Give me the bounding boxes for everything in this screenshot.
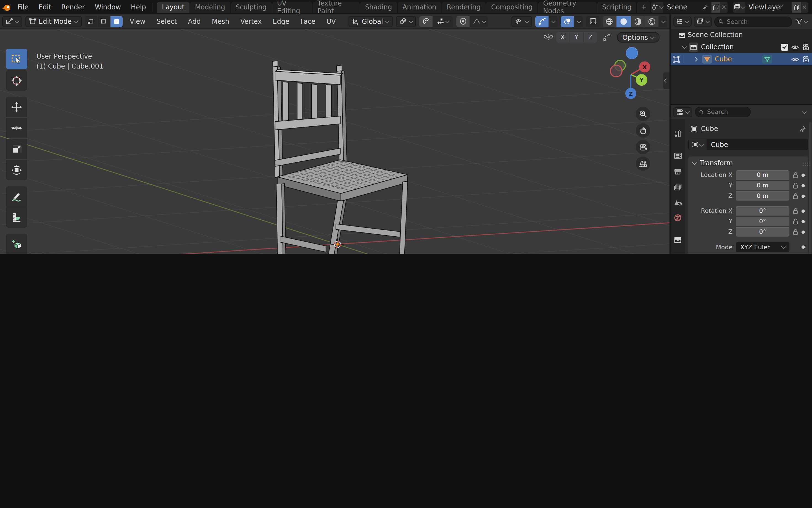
tab-world[interactable]: [671, 211, 685, 225]
viewport-menu-uv[interactable]: UV: [323, 14, 340, 29]
rendered-shading-button[interactable]: [645, 16, 659, 27]
properties-options-dropdown[interactable]: [802, 109, 807, 114]
lock-icon[interactable]: [793, 193, 798, 199]
viewlayer-copy-button[interactable]: [792, 2, 801, 12]
vertex-select-button[interactable]: [85, 16, 97, 27]
outliner-search[interactable]: [714, 16, 792, 27]
tool-measure[interactable]: [6, 207, 27, 228]
zoom-view-button[interactable]: [636, 107, 650, 121]
snap-toggle-button[interactable]: [420, 16, 433, 27]
lock-icon[interactable]: [793, 208, 798, 214]
overlays-dropdown[interactable]: [574, 16, 583, 27]
tool-move[interactable]: [6, 97, 27, 117]
gizmo-plusz-top-ball[interactable]: [626, 47, 638, 59]
navigation-gizmo[interactable]: X Y Z: [608, 51, 654, 98]
properties-search[interactable]: [695, 107, 751, 117]
gizmo-x-ball[interactable]: X: [639, 61, 650, 73]
tool-add-cube[interactable]: [6, 234, 27, 254]
collection-render-camera-icon[interactable]: [802, 44, 810, 50]
tab-geometry-nodes[interactable]: Geometry Nodes: [538, 1, 596, 13]
gizmo-y-ball[interactable]: Y: [636, 74, 648, 86]
tab-sculpting[interactable]: Sculpting: [231, 1, 272, 13]
camera-view-button[interactable]: [636, 140, 650, 154]
mode-selector[interactable]: Edit Mode: [26, 16, 82, 27]
cube-expand-icon[interactable]: [693, 57, 698, 61]
menu-window[interactable]: Window: [90, 0, 126, 14]
collection-expand-icon[interactable]: [682, 44, 687, 49]
menu-file[interactable]: File: [12, 0, 34, 14]
outliner-filter-type-dropdown[interactable]: [694, 16, 712, 27]
properties-editor-type-button[interactable]: [673, 107, 692, 117]
scene-collection-label[interactable]: Scene Collection: [688, 31, 743, 39]
location-y-field[interactable]: 0 m: [736, 181, 790, 190]
material-preview-button[interactable]: [631, 16, 644, 27]
lock-icon[interactable]: [793, 172, 798, 178]
pan-view-button[interactable]: [636, 123, 650, 138]
scene-copy-button[interactable]: [712, 2, 720, 12]
scene-delete-button[interactable]: ✕: [720, 2, 728, 12]
animate-dot[interactable]: [802, 194, 805, 198]
animate-dot[interactable]: [802, 220, 805, 223]
sidebar-collapse-tab[interactable]: [663, 73, 669, 89]
menu-render[interactable]: Render: [56, 0, 90, 14]
rotation-z-field[interactable]: 0°: [736, 227, 790, 237]
mirror-z-button[interactable]: Z: [584, 32, 597, 43]
tab-shading[interactable]: Shading: [360, 1, 397, 13]
gizmo-z-ball[interactable]: Z: [625, 88, 636, 99]
animate-dot[interactable]: [802, 245, 805, 249]
mesh-symmetry-icon[interactable]: [543, 34, 553, 41]
rotation-mode-dropdown[interactable]: XYZ Euler: [736, 242, 790, 252]
outliner-row-cube[interactable]: Cube: [671, 53, 812, 65]
tab-collection-props[interactable]: [671, 233, 685, 247]
shading-dropdown[interactable]: [659, 16, 667, 27]
pivot-point-dropdown[interactable]: [396, 16, 416, 27]
tab-uv-editing[interactable]: UV Editing: [272, 1, 312, 13]
xray-toggle[interactable]: [586, 16, 599, 27]
viewport-menu-edge[interactable]: Edge: [269, 14, 293, 29]
animate-dot[interactable]: [802, 173, 805, 177]
pin-icon[interactable]: [702, 4, 708, 10]
viewport-canvas[interactable]: User Perspective (1) Cube | Cube.001 X Y…: [0, 29, 669, 254]
gizmo-negx-ball[interactable]: [610, 65, 623, 77]
scene-browse-button[interactable]: [652, 2, 663, 12]
cube-object-label[interactable]: Cube: [715, 55, 760, 63]
tab-layout[interactable]: Layout: [157, 1, 189, 13]
object-id-dropdown[interactable]: [689, 139, 707, 150]
proportional-edit-toggle[interactable]: [457, 16, 470, 27]
tab-animation[interactable]: Animation: [397, 1, 441, 13]
tab-rendering[interactable]: Rendering: [442, 1, 486, 13]
tab-scripting[interactable]: Scripting: [597, 1, 637, 13]
mirror-y-button[interactable]: Y: [570, 32, 583, 43]
tab-compositing[interactable]: Compositing: [486, 1, 537, 13]
viewport-menu-mesh[interactable]: Mesh: [208, 14, 233, 29]
tab-output[interactable]: [671, 164, 685, 178]
viewlayer-delete-button[interactable]: ✕: [801, 2, 808, 12]
collection-hide-eye-icon[interactable]: [791, 44, 799, 50]
tool-transform[interactable]: [6, 160, 27, 180]
mirror-x-button[interactable]: X: [556, 32, 569, 43]
tool-scale[interactable]: [6, 139, 27, 159]
menu-edit[interactable]: Edit: [34, 0, 56, 14]
edge-select-button[interactable]: [98, 16, 110, 27]
viewport-options-dropdown[interactable]: Options: [617, 32, 660, 43]
viewport-menu-add[interactable]: Add: [184, 14, 205, 29]
wireframe-shading-button[interactable]: [603, 16, 616, 27]
gizmos-toggle[interactable]: [535, 16, 548, 27]
lock-icon[interactable]: [793, 228, 798, 235]
add-workspace-button[interactable]: +: [637, 1, 651, 13]
pin-id-icon[interactable]: [799, 125, 806, 132]
overlays-toggle[interactable]: [561, 16, 574, 27]
transform-orientation-dropdown[interactable]: Global: [348, 16, 393, 27]
face-select-button[interactable]: [110, 16, 123, 27]
outliner-row-collection[interactable]: Collection: [671, 41, 812, 53]
animate-dot[interactable]: [802, 209, 805, 213]
rotation-y-field[interactable]: 0°: [736, 217, 790, 226]
tab-scene[interactable]: [671, 195, 685, 210]
tool-annotate[interactable]: [6, 186, 27, 207]
viewport-menu-vertex[interactable]: Vertex: [236, 14, 266, 29]
transform-panel-header[interactable]: Transform: [688, 157, 808, 170]
viewlayer-name[interactable]: ViewLayer: [749, 3, 783, 11]
snap-settings-dropdown[interactable]: [433, 16, 453, 27]
tool-select-box[interactable]: [6, 49, 27, 69]
breadcrumb-object-name[interactable]: Cube: [701, 125, 718, 133]
